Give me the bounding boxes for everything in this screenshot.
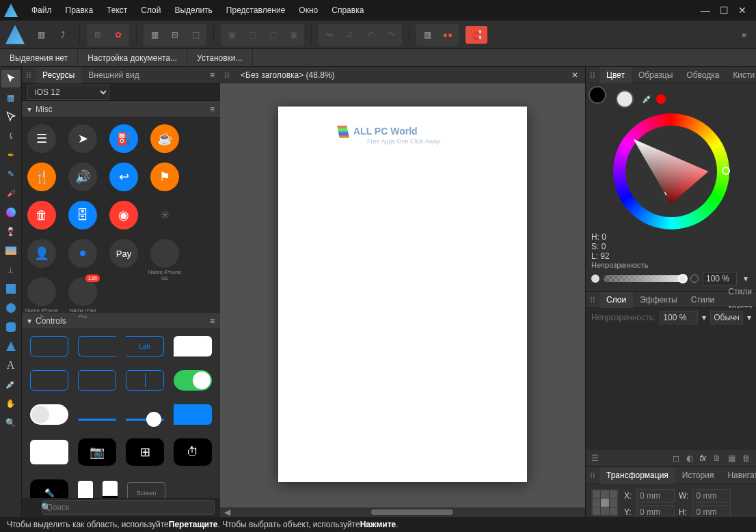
brush-tool[interactable]: 🖌 (1, 184, 21, 202)
ctrl-field-1[interactable] (30, 370, 68, 391)
layer-blend-dropdown[interactable]: ▾ (747, 313, 751, 322)
ctrl-bar-2[interactable] (103, 481, 118, 498)
tab-stroke[interactable]: Обводка (679, 67, 726, 83)
eyedropper-tool[interactable]: 💉 (1, 376, 21, 393)
color-swatch-swap[interactable] (591, 89, 612, 109)
menu-edit[interactable]: Правка (59, 0, 100, 20)
ctrl-slider[interactable] (126, 419, 164, 421)
place-image-tool[interactable] (1, 242, 21, 260)
ctrl-calculator-icon[interactable]: ⊞ (126, 438, 164, 466)
opacity-dropdown[interactable]: ▾ (741, 274, 751, 283)
ctrl-segment-right[interactable]: Lah (126, 336, 164, 356)
y-input[interactable] (636, 505, 675, 517)
insert-symbol-button[interactable]: ✿ (109, 25, 128, 44)
opacity-slider[interactable] (604, 275, 686, 282)
rounded-rect-tool[interactable] (1, 318, 21, 336)
asset-trash-icon[interactable]: 🗑 (27, 201, 56, 229)
ctrl-field-2[interactable] (78, 370, 116, 391)
flip-vertical-button[interactable]: ⇵ (340, 25, 360, 44)
asset-fingerprint-icon[interactable]: ◉ (109, 201, 138, 229)
transparency-tool[interactable]: 🍷 (1, 223, 21, 240)
asset-iphone-se[interactable]: Name iPhone SE (150, 239, 179, 268)
left-panel-options[interactable]: ≡ (204, 70, 220, 80)
layers-list[interactable] (586, 327, 756, 450)
asset-sound-icon[interactable]: 🔊 (68, 163, 97, 191)
tab-effects[interactable]: Эффекты (633, 292, 684, 308)
snapping-toggle[interactable]: 🧲 (465, 26, 487, 44)
opacity-handle[interactable] (678, 274, 688, 283)
ctrl-switch-off[interactable] (30, 404, 68, 425)
x-input[interactable] (636, 489, 675, 503)
tab-swatches[interactable]: Образцы (632, 67, 679, 83)
rotate-ccw-button[interactable]: ↶ (361, 25, 380, 44)
tab-styles[interactable]: Стили (684, 292, 722, 308)
corner-tool[interactable]: ⤹ (1, 127, 21, 145)
asset-list-icon[interactable]: ☰ (27, 124, 56, 153)
document-tab[interactable]: <Без заголовка> (48.8%) (234, 70, 342, 80)
horizontal-scrollbar[interactable]: ◀ (220, 507, 585, 517)
ctrl-flashlight-icon[interactable]: 🔦 (30, 479, 68, 498)
asset-flag-icon[interactable]: ⚑ (150, 163, 179, 191)
close-button[interactable]: ✕ (738, 5, 746, 16)
asset-ipad-pro[interactable]: 135Name iPad Pro (68, 277, 97, 306)
move-forward-button[interactable]: ▢ (263, 25, 282, 44)
asset-archive-icon[interactable]: 🗄 (68, 201, 97, 229)
tab-color[interactable]: Цвет (599, 67, 632, 83)
tab-brushes[interactable]: Кисти (726, 67, 756, 83)
persona-export-button[interactable]: ⤴ (53, 25, 72, 44)
text-tool[interactable]: A (1, 356, 21, 374)
hand-tool[interactable]: ✋ (1, 395, 21, 412)
asset-set-dropdown[interactable]: iOS 12 (27, 85, 109, 100)
fx-button[interactable]: fx (700, 453, 706, 463)
insert-target-button[interactable]: ⊞ (88, 25, 107, 44)
document-setup-button[interactable]: Настройка документа... (78, 49, 187, 67)
category-misc-header[interactable]: ▾Misc ≡ (22, 101, 220, 117)
artboard-tool[interactable]: ▦ (1, 89, 21, 107)
menu-help[interactable]: Справка (325, 0, 370, 20)
delete-layer-button[interactable]: 🗑 (742, 453, 751, 463)
move-front-button[interactable]: ▣ (284, 25, 303, 44)
triangle-tool[interactable] (1, 337, 21, 355)
color-sample[interactable] (656, 94, 666, 104)
toolbar-overflow[interactable]: » (738, 30, 751, 40)
ctrl-tab-shape[interactable] (174, 404, 212, 425)
tab-history[interactable]: История (675, 467, 721, 484)
ctrl-screen[interactable]: Screen (127, 482, 165, 498)
flip-horizontal-button[interactable]: ⇋ (320, 25, 339, 44)
move-back-button[interactable]: ▣ (222, 25, 241, 44)
ctrl-button-outline[interactable] (30, 336, 68, 356)
asset-fuel-icon[interactable]: ⛽ (109, 124, 138, 153)
ctrl-segment-left[interactable] (78, 336, 116, 356)
crop-tool[interactable]: ⟂ (1, 261, 21, 279)
asset-spinner-icon[interactable]: ✳ (150, 201, 179, 229)
distribute-button[interactable]: ●● (438, 25, 457, 44)
asset-location-icon[interactable]: ➤ (68, 124, 97, 153)
color-wheel[interactable] (613, 113, 729, 229)
w-input[interactable] (692, 489, 731, 503)
layer-opacity-input[interactable] (660, 311, 698, 324)
node-tool[interactable] (1, 108, 21, 126)
tab-appearance[interactable]: Внешний вид (81, 67, 146, 83)
show-grid-button[interactable]: ▦ (145, 25, 164, 44)
anchor-selector[interactable] (591, 489, 619, 516)
menu-view[interactable]: Представление (219, 0, 293, 20)
hue-cursor[interactable] (722, 167, 730, 175)
fill-swatch[interactable] (589, 86, 606, 104)
menu-select[interactable]: Выделить (167, 0, 219, 20)
category-controls-options[interactable]: ≡ (210, 316, 215, 326)
category-misc-options[interactable]: ≡ (210, 104, 215, 114)
menu-file[interactable]: Файл (25, 0, 59, 20)
zoom-tool[interactable]: 🔍 (1, 414, 21, 432)
maximize-button[interactable]: ☐ (720, 5, 729, 16)
layer-blend-input[interactable] (710, 311, 743, 324)
rotate-cw-button[interactable]: ↷ (381, 25, 401, 44)
canvas-page[interactable]: ALL PC World Free Apps One Click Away (278, 107, 527, 482)
persona-designer-button[interactable]: ▦ (31, 25, 51, 44)
ellipse-tool[interactable] (1, 299, 21, 317)
ctrl-camera-icon[interactable]: 📷 (78, 438, 116, 466)
mask-layer-button[interactable]: ◻ (673, 453, 679, 463)
ctrl-slider-track[interactable] (78, 419, 116, 421)
ctrl-card[interactable] (30, 440, 68, 464)
ctrl-switch-on[interactable] (174, 370, 212, 391)
pencil-tool[interactable]: ✎ (1, 165, 21, 183)
